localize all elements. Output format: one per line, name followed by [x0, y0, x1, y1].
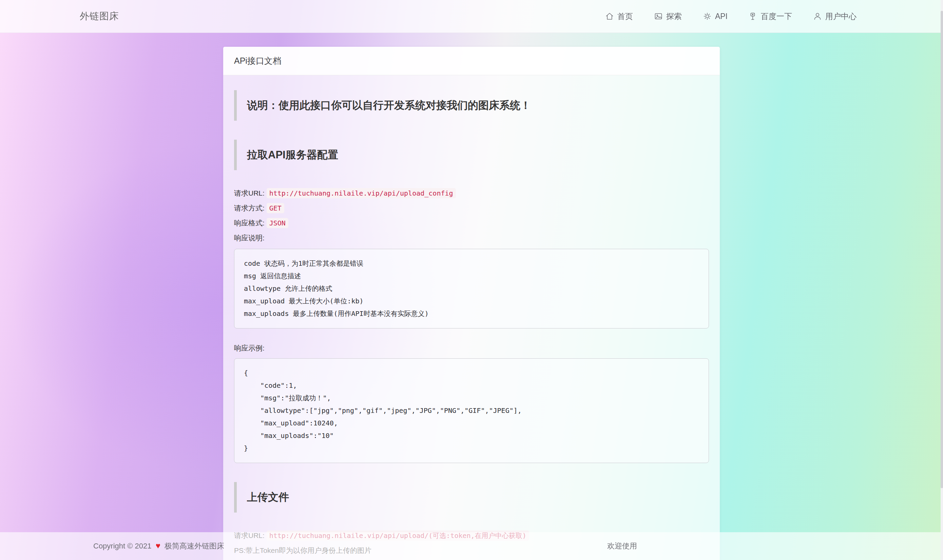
response-desc-label: 响应说明:	[234, 231, 709, 245]
nav-item-home[interactable]: 首页	[605, 11, 633, 22]
api-doc-card: APi接口文档 说明：使用此接口你可以自行开发系统对接我们的图床系统！ 拉取AP…	[223, 47, 720, 560]
response-example-codeblock: { "code":1, "msg":"拉取成功！", "allowtype":[…	[234, 358, 709, 463]
scrollbar-thumb[interactable]	[941, 11, 943, 488]
response-format-line: 响应格式: JSON	[234, 215, 709, 231]
scrollbar-track[interactable]	[941, 0, 943, 560]
response-format-label: 响应格式:	[234, 219, 265, 227]
intro-heading: 说明：使用此接口你可以自行开发系统对接我们的图床系统！	[234, 90, 709, 121]
nav-item-label: 首页	[617, 11, 633, 22]
site-logo[interactable]: 外链图床	[80, 10, 119, 23]
nav-item-label: 探索	[666, 11, 682, 22]
baidu-pin-icon	[749, 12, 757, 21]
response-desc-codeblock: code 状态码，为1时正常其余都是错误 msg 返回信息描述 allowtyp…	[234, 249, 709, 328]
footer-copyright: Copyright © 2021 ♥ 极简高速外链图床	[93, 541, 224, 551]
nav-item-label: API	[715, 12, 727, 21]
footer-welcome-text: 欢迎使用	[607, 541, 637, 551]
gear-icon	[703, 12, 712, 21]
request-method-label: 请求方式:	[234, 204, 265, 212]
response-format-code: JSON	[267, 218, 288, 228]
main-nav: 首页 探索 API	[605, 11, 857, 22]
request-info-block-1: 请求URL: http://tuchuang.nilaile.vip/api/u…	[234, 186, 709, 245]
top-navigation-bar: 外链图床 首页 探索	[0, 0, 943, 33]
page-content: APi接口文档 说明：使用此接口你可以自行开发系统对接我们的图床系统！ 拉取AP…	[0, 0, 943, 560]
explore-image-icon	[654, 12, 663, 21]
response-example-label: 响应示例:	[234, 342, 709, 355]
nav-item-api[interactable]: API	[703, 12, 727, 21]
section-heading-upload-file: 上传文件	[234, 482, 709, 512]
request-method-code: GET	[267, 203, 284, 213]
nav-item-baidu[interactable]: 百度一下	[749, 11, 792, 22]
nav-item-explore[interactable]: 探索	[654, 11, 682, 22]
home-icon	[605, 12, 614, 21]
copyright-text: Copyright © 2021	[93, 542, 152, 550]
page-footer: Copyright © 2021 ♥ 极简高速外链图床 欢迎使用	[0, 532, 943, 560]
nav-item-user-center[interactable]: 用户中心	[813, 11, 857, 22]
nav-item-label: 用户中心	[825, 11, 857, 22]
nav-item-label: 百度一下	[761, 11, 792, 22]
site-name-text: 极简高速外链图床	[165, 542, 224, 550]
card-body: 说明：使用此接口你可以自行开发系统对接我们的图床系统！ 拉取API服务器配置 请…	[223, 75, 720, 560]
user-icon	[813, 12, 822, 21]
card-title: APi接口文档	[223, 47, 720, 75]
heart-icon: ♥	[154, 541, 162, 550]
request-url-line: 请求URL: http://tuchuang.nilaile.vip/api/u…	[234, 186, 709, 201]
request-method-line: 请求方式: GET	[234, 201, 709, 215]
request-url-code: http://tuchuang.nilaile.vip/api/upload_c…	[267, 188, 456, 198]
request-url-label: 请求URL:	[234, 189, 265, 197]
section-heading-pull-config: 拉取API服务器配置	[234, 140, 709, 170]
